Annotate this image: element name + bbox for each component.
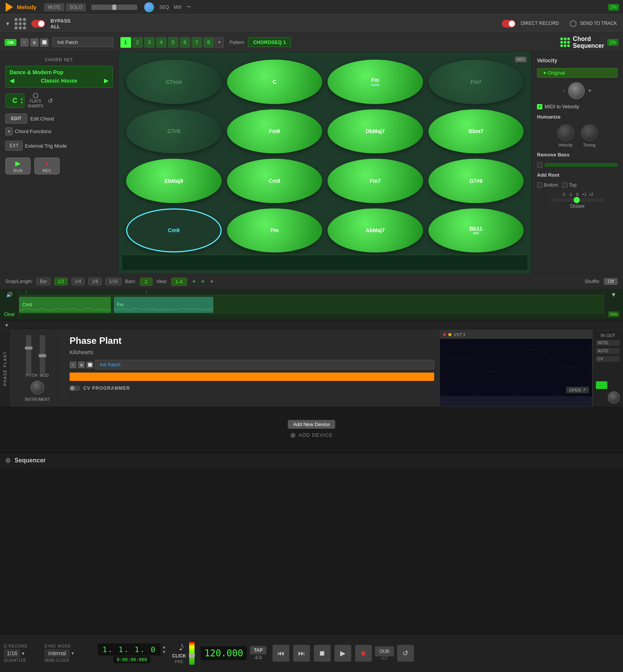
- refresh-button[interactable]: ↺: [397, 645, 414, 662]
- vel-plus[interactable]: +: [588, 87, 591, 94]
- view-plus-1[interactable]: +: [192, 278, 196, 285]
- key-up[interactable]: ▲: [20, 97, 23, 101]
- seq-block-cm9[interactable]: Cm9: [19, 297, 111, 313]
- bottom-checkbox[interactable]: [537, 182, 542, 188]
- plugin-icon-2[interactable]: ▣: [30, 38, 39, 47]
- pattern-btn-8[interactable]: 8: [203, 37, 214, 48]
- snap-eighth-btn[interactable]: 1/8: [88, 278, 102, 285]
- vel-knob[interactable]: [568, 82, 585, 99]
- chord-btn-6[interactable]: DbMaj7: [328, 109, 423, 154]
- flats-radio[interactable]: [33, 93, 38, 98]
- clear-button[interactable]: Clear: [4, 312, 15, 317]
- pre-label[interactable]: PRE: [175, 659, 183, 664]
- auto-signal[interactable]: AUTO: [596, 348, 620, 354]
- key-down[interactable]: ▼: [20, 101, 23, 104]
- chord-btn-2[interactable]: Fmadd9: [328, 60, 423, 104]
- patch-name-display[interactable]: Init Patch: [52, 37, 114, 47]
- pattern-btn-3[interactable]: 3: [144, 37, 155, 48]
- play-transport-button[interactable]: ▶: [334, 645, 351, 662]
- solo-button[interactable]: SOLO: [66, 3, 86, 11]
- pp-main-knob[interactable]: [31, 381, 44, 394]
- pattern-btn-5[interactable]: 5: [168, 37, 178, 48]
- on-button[interactable]: ON: [5, 39, 16, 46]
- tap-button[interactable]: TAP: [250, 646, 266, 654]
- mute-button[interactable]: MUTE: [44, 3, 64, 11]
- chord-btn-12[interactable]: Cm9: [126, 208, 222, 253]
- pattern-btn-2[interactable]: 2: [132, 37, 143, 48]
- view-value[interactable]: 1-4: [171, 278, 187, 286]
- chord-btn-7[interactable]: Bbm7: [428, 109, 524, 154]
- ext-button[interactable]: EXT: [5, 141, 23, 151]
- chord-btn-13[interactable]: Fm: [227, 208, 323, 253]
- pattern-btn-6[interactable]: 6: [180, 37, 190, 48]
- cv-signal[interactable]: CV: [596, 356, 620, 362]
- sync-value[interactable]: Internal: [44, 649, 70, 657]
- pp-vst-content[interactable]: OPEN ↗: [440, 339, 592, 396]
- snap-sixteenth-btn[interactable]: 1/16: [105, 278, 121, 285]
- chord-btn-0[interactable]: C7sus: [126, 60, 222, 104]
- chord-btn-9[interactable]: Cm9: [227, 159, 323, 203]
- chord-btn-11[interactable]: G7#9: [428, 159, 524, 203]
- reset-button[interactable]: ↺: [48, 97, 53, 104]
- view-plus-2[interactable]: +: [201, 278, 204, 285]
- pattern-dropdown[interactable]: ▾: [215, 37, 224, 48]
- edit-button[interactable]: EDIT: [5, 114, 27, 124]
- pattern-btn-4[interactable]: 4: [156, 37, 167, 48]
- shuffle-value[interactable]: Off: [604, 278, 618, 285]
- vel-minus[interactable]: -: [563, 87, 565, 94]
- plugin-icon-1[interactable]: ≡: [20, 38, 29, 47]
- collapse-arrow[interactable]: ▾: [6, 20, 9, 27]
- snap-bar-btn[interactable]: Bar: [36, 278, 50, 285]
- stop-button[interactable]: ⏹: [314, 645, 331, 662]
- chord-btn-15[interactable]: Bb11sus: [428, 208, 524, 253]
- humanize-vel-knob[interactable]: [557, 124, 574, 141]
- direct-record-toggle[interactable]: [502, 20, 516, 28]
- mod-fader[interactable]: [40, 335, 45, 373]
- humanize-timing-knob[interactable]: [581, 124, 598, 141]
- pattern-btn-7[interactable]: 7: [191, 37, 202, 48]
- octave-slider[interactable]: [551, 198, 604, 202]
- seq-main-area[interactable]: 1 2 Cm9 Fm: [19, 289, 604, 319]
- pattern-btn-1[interactable]: 1: [120, 37, 131, 48]
- seq-down-arrow[interactable]: ▼: [611, 291, 617, 298]
- midi-vel-checkbox[interactable]: ✓: [537, 104, 542, 109]
- pp-patch-name[interactable]: Init Patch: [95, 360, 434, 369]
- bypass-toggle[interactable]: [31, 20, 45, 28]
- key-display[interactable]: C ▲ ▼: [5, 93, 24, 108]
- original-button[interactable]: ▾ Original: [537, 68, 618, 78]
- pos-up[interactable]: ▲: [162, 645, 166, 649]
- add-device-section[interactable]: Add New Device ⊕ ADD DEVICE: [0, 407, 623, 452]
- pp-output-knob[interactable]: [608, 391, 620, 404]
- chord-btn-1[interactable]: C: [227, 60, 323, 104]
- chord-set-prev[interactable]: ◀: [10, 77, 14, 84]
- plugin-icon-3[interactable]: ⬜: [40, 38, 49, 47]
- chord-set-selector[interactable]: Dance & Modern Pop ◀ Classic House ▶: [5, 66, 113, 88]
- click-label[interactable]: CLICK: [172, 653, 186, 659]
- pp-patch-icon-1[interactable]: ≡: [70, 361, 76, 368]
- chord-set-next[interactable]: ▶: [104, 77, 109, 84]
- speaker-icon[interactable]: 🔊: [6, 291, 13, 298]
- bars-value[interactable]: 2: [140, 278, 153, 286]
- snap-quarter-btn[interactable]: 1/4: [71, 278, 85, 285]
- level-knob[interactable]: [189, 654, 195, 657]
- q-dropdown[interactable]: ▾: [22, 650, 24, 656]
- tempo-display[interactable]: 120.000: [201, 646, 247, 660]
- seq-block-fm[interactable]: Fm: [114, 297, 213, 313]
- chord-btn-4[interactable]: C7#5: [126, 109, 222, 154]
- pos-down[interactable]: ▼: [162, 650, 166, 654]
- cv-toggle[interactable]: [70, 386, 80, 391]
- pitch-fader[interactable]: [26, 335, 31, 373]
- play-icon[interactable]: [4, 3, 13, 12]
- top-checkbox[interactable]: [562, 182, 568, 188]
- chord-btn-14[interactable]: AbMaj7: [328, 208, 423, 253]
- pan-knob[interactable]: [144, 2, 154, 12]
- q-record-value[interactable]: 1/16: [4, 649, 20, 657]
- note-signal[interactable]: NOTE: [596, 340, 620, 346]
- fast-forward-button[interactable]: ⏭: [293, 645, 310, 662]
- chord-btn-5[interactable]: Fm9: [227, 109, 323, 154]
- run-button[interactable]: ▶ RUN: [5, 158, 31, 174]
- position-display[interactable]: 1. 1. 1. 0: [98, 643, 161, 656]
- record-button[interactable]: ⏺: [355, 645, 372, 662]
- pp-patch-icon-2[interactable]: ▣: [78, 361, 85, 368]
- remove-bass-checkbox[interactable]: [537, 162, 542, 168]
